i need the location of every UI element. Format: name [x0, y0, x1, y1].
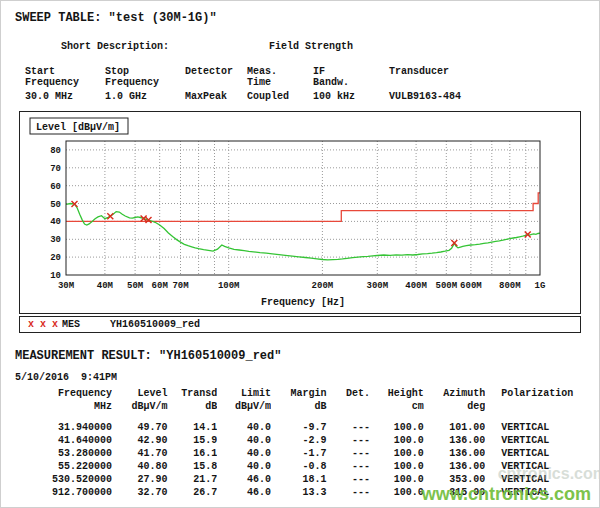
table-cell: 100.0 [370, 413, 424, 434]
column-header: Limit [217, 387, 271, 400]
column-header: dBµV/m [217, 400, 271, 413]
x-tick-label: 600M [460, 281, 482, 291]
short-description-row: Short Description:Field Strength [25, 30, 585, 63]
table-cell: 18.1 [271, 473, 327, 486]
x-tick-label: 60M [152, 281, 168, 291]
table-cell: --- [327, 447, 371, 460]
column-header: dB [271, 400, 327, 413]
table-row: 41.64000042.9015.940.0-2.9---100.0136.00… [17, 434, 585, 447]
x-tick-label: 800M [499, 281, 521, 291]
table-cell: 100.0 [370, 486, 424, 499]
column-header: Azimuth [424, 387, 486, 400]
column-header [485, 400, 585, 413]
y-gridlines: 1020304050607080 [50, 146, 540, 281]
column-header: Margin [271, 387, 327, 400]
x-tick-label: 40M [97, 281, 113, 291]
y-tick-label: 30 [50, 235, 61, 245]
table-cell: 31.940000 [17, 413, 112, 434]
y-tick-label: 20 [50, 253, 61, 263]
table-cell: --- [327, 486, 371, 499]
x-tick-label: 30M [58, 281, 74, 291]
column-header: cm [370, 400, 424, 413]
x-marker-icon [451, 240, 457, 246]
table-cell: 40.0 [217, 434, 271, 447]
legend-marker-icon: x x x [28, 319, 58, 330]
sweep-column: Detector MaxPeak [185, 66, 247, 102]
table-cell: --- [327, 413, 371, 434]
table-cell: -1.7 [271, 447, 327, 460]
table-cell: 530.520000 [17, 473, 112, 486]
sweep-column: Transducer VULB9163-484 [389, 66, 519, 102]
table-cell: 14.1 [168, 413, 218, 434]
sweep-column: StartFrequency30.0 MHz [25, 66, 105, 102]
table-row: 31.94000049.7014.140.0-9.7---100.0101.00… [17, 413, 585, 434]
table-cell: 100.0 [370, 460, 424, 473]
table-cell: VERTICAL [485, 447, 585, 460]
table-cell: --- [327, 434, 371, 447]
table-cell: --- [327, 473, 371, 486]
column-header: Polarization [485, 387, 585, 400]
column-header: dBµV/m [112, 400, 168, 413]
measurement-markers [72, 201, 531, 246]
table-cell: 101.00 [424, 413, 486, 434]
table-cell: -9.7 [271, 413, 327, 434]
table-cell: 42.90 [112, 434, 168, 447]
table-cell: 40.0 [217, 460, 271, 473]
y-tick-label: 70 [50, 164, 61, 174]
table-cell: --- [327, 460, 371, 473]
measurement-datetime: 5/10/2016 9:41PM [15, 372, 585, 383]
sweep-table-title: SWEEP TABLE: "test (30M-1G)" [15, 11, 585, 25]
y-tick-label: 50 [50, 200, 61, 210]
sweep-column: IFBandw.100 kHz [313, 66, 389, 102]
table-cell: 40.0 [217, 413, 271, 434]
x-tick-label: 70M [172, 281, 188, 291]
table-cell: VERTICAL [485, 434, 585, 447]
table-cell: VERTICAL [485, 413, 585, 434]
y-tick-label: 10 [50, 271, 61, 281]
table-cell: 13.3 [271, 486, 327, 499]
x-tick-label: 300M [366, 281, 388, 291]
table-cell: 15.8 [168, 460, 218, 473]
table-cell: 136.00 [424, 434, 486, 447]
sweep-column: Meas.TimeCoupled [247, 66, 313, 102]
legend-trace-name: YH160510009_red [110, 319, 200, 330]
legend-series-name: MES [62, 319, 80, 330]
table-cell: 100.0 [370, 473, 424, 486]
x-tick-label: 50M [127, 281, 143, 291]
level-chart: 102030405060708030M40M50M60M70M100M200M3… [26, 115, 566, 313]
chart-legend: x x x MES YH160510009_red [19, 316, 581, 333]
column-header: MHz [17, 400, 112, 413]
table-cell: 100.0 [370, 447, 424, 460]
table-cell: 21.7 [168, 473, 218, 486]
table-cell: 53.280000 [17, 447, 112, 460]
sweep-table-grid: StartFrequency30.0 MHzStopFrequency1.0 G… [25, 66, 585, 102]
x-tick-label: 100M [218, 281, 240, 291]
table-cell: 27.90 [112, 473, 168, 486]
y-axis-label: Level [dBµV/m] [36, 122, 120, 133]
x-gridlines: 30M40M50M60M70M100M200M300M400M500M600M8… [58, 141, 546, 291]
column-header: Level [112, 387, 168, 400]
y-tick-label: 80 [50, 146, 61, 156]
table-cell: 40.0 [217, 447, 271, 460]
column-header: dB [168, 400, 218, 413]
table-cell: 49.70 [112, 413, 168, 434]
table-cell: -2.9 [271, 434, 327, 447]
x-marker-icon [107, 213, 113, 219]
x-axis-label: Frequency [Hz] [261, 297, 345, 308]
column-header: Frequency [17, 387, 112, 400]
measurement-trace [66, 204, 540, 260]
table-cell: 41.70 [112, 447, 168, 460]
table-cell: 32.70 [112, 486, 168, 499]
table-row: 53.28000041.7016.140.0-1.7---100.0136.00… [17, 447, 585, 460]
level-chart-frame: 102030405060708030M40M50M60M70M100M200M3… [19, 111, 581, 314]
sweep-table-section: SWEEP TABLE: "test (30M-1G)" Short Descr… [15, 11, 585, 102]
x-tick-label: 200M [312, 281, 334, 291]
header-row: FrequencyLevelTransdLimitMarginDet.Heigh… [17, 387, 585, 400]
sweep-column: StopFrequency1.0 GHz [105, 66, 185, 102]
table-cell: 40.80 [112, 460, 168, 473]
short-description-value: Field Strength [269, 41, 353, 52]
x-tick-label: 400M [405, 281, 427, 291]
plot-border [66, 141, 540, 275]
column-header: Det. [327, 387, 371, 400]
table-cell: 26.7 [168, 486, 218, 499]
